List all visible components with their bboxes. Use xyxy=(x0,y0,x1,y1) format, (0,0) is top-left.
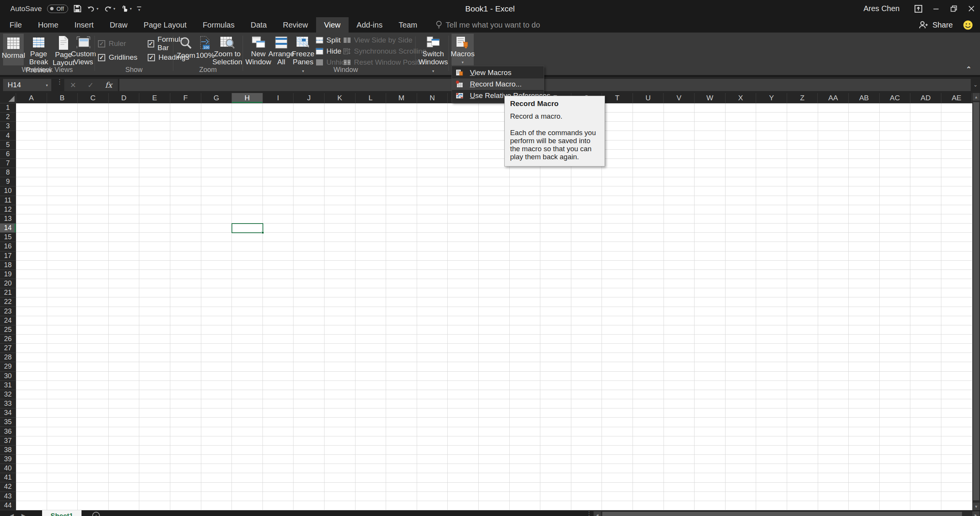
column-header-AB[interactable]: AB xyxy=(849,93,880,103)
column-header-AD[interactable]: AD xyxy=(910,93,941,103)
vertical-scrollbar[interactable]: ▲ ▼ xyxy=(972,93,980,510)
next-sheet-arrow[interactable]: ▶ xyxy=(21,513,25,516)
formula-bar-splitter[interactable]: ⋮ xyxy=(56,80,63,83)
selected-cell-H14[interactable] xyxy=(232,223,263,233)
row-header-25[interactable]: 25 xyxy=(0,325,16,335)
column-header-H[interactable]: H xyxy=(232,93,263,103)
row-header-12[interactable]: 12 xyxy=(0,205,16,214)
row-header-28[interactable]: 28 xyxy=(0,353,16,362)
row-header-20[interactable]: 20 xyxy=(0,279,16,288)
column-header-D[interactable]: D xyxy=(109,93,140,103)
row-header-13[interactable]: 13 xyxy=(0,214,16,224)
row-header-15[interactable]: 15 xyxy=(0,233,16,242)
insert-function-button[interactable]: fx xyxy=(105,80,112,90)
switch-windows-button[interactable]: Switch Windows ▾ xyxy=(420,34,447,65)
column-header-L[interactable]: L xyxy=(355,93,386,103)
share-button[interactable]: Share xyxy=(933,21,953,29)
column-header-B[interactable]: B xyxy=(47,93,78,103)
tab-insert[interactable]: Insert xyxy=(67,17,102,33)
scroll-left-arrow[interactable]: ◄ xyxy=(594,511,601,516)
column-header-K[interactable]: K xyxy=(324,93,355,103)
row-header-34[interactable]: 34 xyxy=(0,408,16,418)
column-header-J[interactable]: J xyxy=(294,93,324,103)
row-header-33[interactable]: 33 xyxy=(0,399,16,408)
select-all-corner[interactable] xyxy=(0,93,16,103)
macros-button[interactable]: Macros ▾ xyxy=(452,34,474,65)
row-header-18[interactable]: 18 xyxy=(0,261,16,270)
row-header-9[interactable]: 9 xyxy=(0,177,16,186)
tab-home[interactable]: Home xyxy=(30,17,66,33)
tab-page-layout[interactable]: Page Layout xyxy=(135,17,194,33)
synchronous-scrolling-button[interactable]: Synchronous Scrolling xyxy=(343,46,429,56)
new-sheet-button[interactable]: + xyxy=(92,512,100,516)
row-header-10[interactable]: 10 xyxy=(0,186,16,196)
freeze-panes-button[interactable]: Freeze Panes ▾ xyxy=(293,34,313,65)
name-box[interactable]: H14 ▾ xyxy=(3,79,51,91)
tab-add-ins[interactable]: Add-ins xyxy=(349,17,391,33)
column-header-I[interactable]: I xyxy=(263,93,294,103)
touch-mode-dropdown-caret[interactable]: ▾ xyxy=(130,7,132,11)
row-header-3[interactable]: 3 xyxy=(0,122,16,131)
row-header-40[interactable]: 40 xyxy=(0,464,16,473)
row-header-4[interactable]: 4 xyxy=(0,131,16,140)
row-header-2[interactable]: 2 xyxy=(0,113,16,122)
undo-dropdown-caret[interactable]: ▾ xyxy=(96,7,98,11)
tab-view[interactable]: View xyxy=(316,17,349,33)
row-header-29[interactable]: 29 xyxy=(0,362,16,371)
arrange-all-button[interactable]: Arrange All xyxy=(270,34,292,65)
row-header-42[interactable]: 42 xyxy=(0,482,16,492)
fill-handle[interactable] xyxy=(261,231,264,234)
row-header-19[interactable]: 19 xyxy=(0,270,16,279)
undo-button[interactable]: ▾ xyxy=(87,5,98,13)
column-header-AA[interactable]: AA xyxy=(818,93,849,103)
scroll-right-arrow[interactable]: ► xyxy=(972,511,979,516)
row-header-31[interactable]: 31 xyxy=(0,381,16,390)
redo-button[interactable]: ▾ xyxy=(104,5,115,13)
normal-view-button[interactable]: Normal xyxy=(3,34,24,65)
close-button[interactable] xyxy=(962,0,980,17)
column-header-C[interactable]: C xyxy=(78,93,109,103)
row-header-5[interactable]: 5 xyxy=(0,140,16,150)
row-header-27[interactable]: 27 xyxy=(0,344,16,353)
row-header-7[interactable]: 7 xyxy=(0,159,16,168)
horizontal-scrollbar-thumb[interactable] xyxy=(602,512,962,516)
tab-review[interactable]: Review xyxy=(275,17,316,33)
collapse-ribbon-button[interactable]: ⌃ xyxy=(966,65,972,73)
column-header-AE[interactable]: AE xyxy=(941,93,972,103)
view-side-by-side-button[interactable]: View Side by Side xyxy=(343,35,429,45)
scroll-up-arrow[interactable]: ▲ xyxy=(973,93,980,101)
customize-qat-button[interactable]: ▾ xyxy=(137,7,141,11)
row-header-11[interactable]: 11 xyxy=(0,196,16,205)
custom-views-button[interactable]: Custom Views xyxy=(73,34,93,65)
tab-formulas[interactable]: Formulas xyxy=(195,17,243,33)
tab-team[interactable]: Team xyxy=(391,17,426,33)
name-box-dropdown-caret[interactable]: ▾ xyxy=(46,83,48,87)
row-header-8[interactable]: 8 xyxy=(0,168,16,177)
row-header-24[interactable]: 24 xyxy=(0,316,16,325)
restore-button[interactable] xyxy=(945,0,962,17)
column-header-Y[interactable]: Y xyxy=(756,93,787,103)
prev-sheet-arrow[interactable]: ◀ xyxy=(10,513,14,516)
column-header-V[interactable]: V xyxy=(664,93,695,103)
page-layout-button[interactable]: Page Layout xyxy=(54,34,73,65)
column-header-W[interactable]: W xyxy=(695,93,726,103)
row-header-38[interactable]: 38 xyxy=(0,446,16,455)
column-header-E[interactable]: E xyxy=(139,93,170,103)
tab-file[interactable]: File xyxy=(2,17,30,33)
row-header-6[interactable]: 6 xyxy=(0,150,16,159)
cells-grid[interactable] xyxy=(16,103,972,510)
row-header-14[interactable]: 14 xyxy=(0,224,16,233)
horizontal-scrollbar[interactable]: ◄ ► xyxy=(593,511,980,516)
row-header-30[interactable]: 30 xyxy=(0,372,16,381)
ribbon-display-options-button[interactable] xyxy=(910,0,927,17)
row-header-26[interactable]: 26 xyxy=(0,335,16,344)
page-break-preview-button[interactable]: Page Break Preview xyxy=(24,34,53,65)
menu-item-record-macro[interactable]: Record Macro... xyxy=(452,78,544,90)
autosave-toggle[interactable]: Off xyxy=(47,5,68,13)
column-header-X[interactable]: X xyxy=(726,93,757,103)
column-header-N[interactable]: N xyxy=(417,93,448,103)
redo-dropdown-caret[interactable]: ▾ xyxy=(113,7,115,11)
cancel-entry-button[interactable]: ✕ xyxy=(70,81,76,90)
scroll-down-arrow[interactable]: ▼ xyxy=(973,503,980,510)
row-header-43[interactable]: 43 xyxy=(0,492,16,501)
